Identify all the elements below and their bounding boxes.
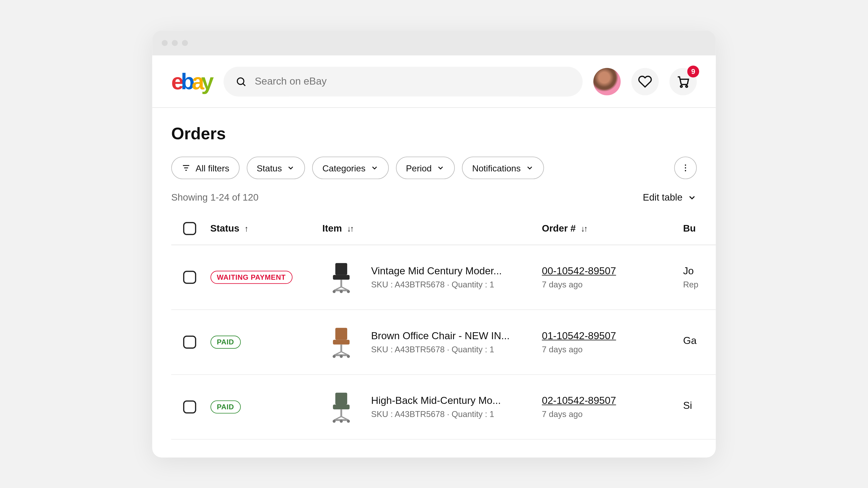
more-vertical-icon [681,163,690,173]
svg-line-1 [243,84,245,86]
col-checkbox [171,214,211,245]
svg-rect-10 [336,263,347,275]
svg-point-34 [333,420,336,423]
svg-point-7 [685,164,686,166]
traffic-light-maximize[interactable] [182,40,188,46]
svg-rect-28 [336,393,347,405]
cart-button[interactable]: 9 [669,68,697,95]
titlebar [152,31,716,55]
svg-point-8 [685,167,686,169]
search-icon [235,75,247,87]
orders-table: Status ↑ Item ↓↑ Order # ↓↑ [171,214,716,439]
favorites-button[interactable] [631,68,659,95]
col-order-label: Order # [542,223,576,233]
cart-badge: 9 [687,65,699,77]
svg-point-27 [340,355,343,358]
filter-categories[interactable]: Categories [312,156,389,179]
col-status-label: Status [210,223,239,233]
svg-point-17 [347,290,350,293]
cart-icon [676,74,690,88]
search-input[interactable] [255,75,571,87]
buyer-name[interactable]: Jo [683,266,716,277]
edit-table-label: Edit table [643,192,682,203]
svg-point-2 [680,85,682,87]
status-badge: PAID [210,336,241,349]
order-age: 7 days ago [542,280,683,289]
page-title: Orders [171,124,716,143]
item-subtitle: SKU : A43BTR5678 · Quantity : 1 [371,344,510,354]
filter-period[interactable]: Period [396,156,455,179]
sort-icon: ↓↑ [581,224,587,233]
filter-all[interactable]: All filters [171,156,240,179]
status-badge: PAID [210,400,241,414]
select-all-checkbox[interactable] [183,222,196,235]
chair-icon [323,389,359,425]
order-number-link[interactable]: 00-10542-89507 [542,266,616,277]
sort-icon: ↓↑ [347,224,353,233]
chevron-down-icon [526,164,534,172]
item-thumbnail[interactable] [322,258,360,296]
item-thumbnail[interactable] [322,388,360,426]
table-row: PAID Br [171,310,716,375]
chevron-down-icon [370,164,379,172]
buyer-name[interactable]: Si [683,400,716,412]
buyer-subtitle: Rep [683,280,716,289]
chevron-down-icon [287,164,295,172]
order-age: 7 days ago [542,344,683,354]
traffic-light-minimize[interactable] [172,40,178,46]
item-title[interactable]: High-Back Mid-Century Mo... [371,395,501,407]
col-order-header[interactable]: Order # ↓↑ [542,214,683,245]
svg-rect-11 [333,275,350,280]
filter-notifications[interactable]: Notifications [462,156,544,179]
table-row: WAITING PAYMENT [171,245,716,310]
filter-icon [181,163,191,173]
showing-label: Showing 1-24 of 120 [171,192,258,203]
svg-point-35 [347,420,350,423]
more-actions-button[interactable] [674,156,697,179]
header: ebay 9 [152,55,716,108]
svg-rect-20 [333,340,350,344]
svg-point-9 [685,170,686,172]
svg-point-26 [347,355,350,358]
row-checkbox[interactable] [183,271,196,284]
filter-all-label: All filters [195,163,229,173]
filters-row: All filters Status Categories Period Not… [171,156,716,179]
edit-table-button[interactable]: Edit table [643,192,697,203]
chair-icon [323,260,359,295]
svg-point-16 [333,290,336,293]
row-checkbox[interactable] [183,336,196,349]
status-badge: WAITING PAYMENT [210,271,292,284]
col-item-header[interactable]: Item ↓↑ [322,214,542,245]
search-bar[interactable] [223,66,583,96]
heart-icon [638,74,652,88]
svg-rect-19 [336,328,347,340]
svg-point-3 [686,85,688,87]
row-checkbox[interactable] [183,400,196,414]
filter-status[interactable]: Status [247,156,305,179]
item-subtitle: SKU : A43BTR5678 · Quantity : 1 [371,280,502,289]
avatar[interactable] [593,68,621,95]
col-buyer-label: Bu [683,223,696,233]
filter-period-label: Period [406,163,432,173]
item-title[interactable]: Brown Office Chair - NEW IN... [371,330,510,342]
col-item-label: Item [322,223,342,233]
order-number-link[interactable]: 02-10542-89507 [542,395,616,406]
svg-point-0 [237,78,244,84]
buyer-name[interactable]: Ga [683,335,716,347]
meta-row: Showing 1-24 of 120 Edit table [171,192,716,203]
filter-status-label: Status [256,163,282,173]
browser-window: ebay 9 [152,31,716,457]
item-thumbnail[interactable] [322,323,360,361]
traffic-light-close[interactable] [162,40,167,46]
order-number-link[interactable]: 01-10542-89507 [542,330,616,341]
svg-rect-29 [333,404,350,409]
item-subtitle: SKU : A43BTR5678 · Quantity : 1 [371,409,501,419]
content: Orders All filters Status Categories [152,108,716,440]
filter-notifications-label: Notifications [472,163,521,173]
item-title[interactable]: Vintage Mid Century Moder... [371,266,502,277]
col-buyer-header[interactable]: Bu [683,214,716,245]
sort-asc-icon: ↑ [244,224,247,233]
col-status-header[interactable]: Status ↑ [210,214,322,245]
ebay-logo[interactable]: ebay [171,70,213,93]
svg-point-25 [333,355,336,358]
